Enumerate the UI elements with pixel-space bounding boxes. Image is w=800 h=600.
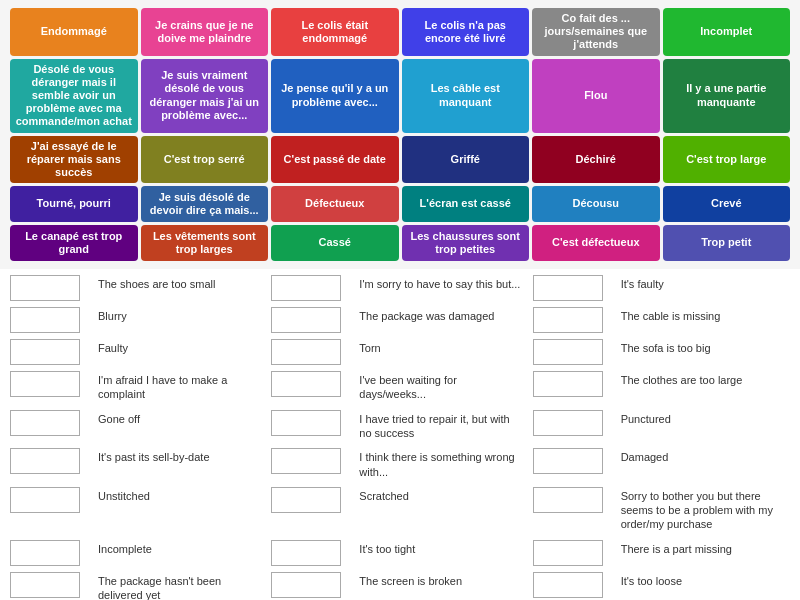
match-text-col2-5: I think there is something wrong with... [355, 448, 528, 481]
vocab-button-29[interactable]: Trop petit [663, 225, 791, 261]
match-input-col3-3[interactable] [533, 371, 603, 397]
match-text-col2-2: Torn [355, 339, 528, 357]
vocab-button-10[interactable]: Flou [532, 59, 660, 133]
match-area: The shoes are too smallI'm sorry to have… [0, 269, 800, 600]
match-input-col2-0[interactable] [271, 275, 341, 301]
vocab-button-27[interactable]: Les chaussures sont trop petites [402, 225, 530, 261]
match-text-col1-6: Unstitched [94, 487, 267, 505]
match-text-col1-7: Incomplete [94, 540, 267, 558]
vocab-button-15[interactable]: Griffé [402, 136, 530, 184]
match-input-col2-5[interactable] [271, 448, 341, 474]
match-input-col2-8[interactable] [271, 572, 341, 598]
vocab-button-24[interactable]: Le canapé est trop grand [10, 225, 138, 261]
match-text-col3-7: There is a part missing [617, 540, 790, 558]
match-text-col3-3: The clothes are too large [617, 371, 790, 389]
vocab-button-1[interactable]: Je crains que je ne doive me plaindre [141, 8, 269, 56]
match-input-col2-3[interactable] [271, 371, 341, 397]
match-input-col2-4[interactable] [271, 410, 341, 436]
vocab-button-2[interactable]: Le colis était endommagé [271, 8, 399, 56]
match-text-col1-0: The shoes are too small [94, 275, 267, 293]
vocab-button-7[interactable]: Je suis vraiment désolé de vous déranger… [141, 59, 269, 133]
match-input-col1-8[interactable] [10, 572, 80, 598]
match-text-col1-4: Gone off [94, 410, 267, 428]
vocab-button-16[interactable]: Déchiré [532, 136, 660, 184]
vocab-button-11[interactable]: Il y a une partie manquante [663, 59, 791, 133]
button-grid: EndommagéJe crains que je ne doive me pl… [0, 0, 800, 269]
match-input-col2-6[interactable] [271, 487, 341, 513]
match-row: BlurryThe package was damagedThe cable i… [10, 307, 790, 333]
match-input-col3-0[interactable] [533, 275, 603, 301]
match-row: IncompleteIt's too tightThere is a part … [10, 540, 790, 566]
match-input-col1-5[interactable] [10, 448, 80, 474]
vocab-button-26[interactable]: Cassé [271, 225, 399, 261]
match-text-col3-2: The sofa is too big [617, 339, 790, 357]
vocab-button-13[interactable]: C'est trop serré [141, 136, 269, 184]
match-text-col3-0: It's faulty [617, 275, 790, 293]
match-text-col1-3: I'm afraid I have to make a complaint [94, 371, 267, 404]
vocab-button-14[interactable]: C'est passé de date [271, 136, 399, 184]
vocab-button-6[interactable]: Désolé de vous déranger mais il semble a… [10, 59, 138, 133]
vocab-button-5[interactable]: Incomplet [663, 8, 791, 56]
match-text-col3-5: Damaged [617, 448, 790, 466]
vocab-button-19[interactable]: Je suis désolé de devoir dire ça mais... [141, 186, 269, 222]
vocab-button-21[interactable]: L'écran est cassé [402, 186, 530, 222]
match-text-col1-1: Blurry [94, 307, 267, 325]
vocab-button-20[interactable]: Défectueux [271, 186, 399, 222]
match-text-col1-5: It's past its sell-by-date [94, 448, 267, 466]
match-input-col1-4[interactable] [10, 410, 80, 436]
match-input-col1-2[interactable] [10, 339, 80, 365]
vocab-button-4[interactable]: Co fait des ... jours/semaines que j'att… [532, 8, 660, 56]
match-text-col2-3: I've been waiting for days/weeks... [355, 371, 528, 404]
vocab-button-25[interactable]: Les vêtements sont trop larges [141, 225, 269, 261]
match-input-col1-6[interactable] [10, 487, 80, 513]
match-text-col2-1: The package was damaged [355, 307, 528, 325]
match-input-col3-8[interactable] [533, 572, 603, 598]
match-text-col2-0: I'm sorry to have to say this but... [355, 275, 528, 293]
vocab-button-23[interactable]: Crevé [663, 186, 791, 222]
match-row: FaultyTornThe sofa is too big [10, 339, 790, 365]
match-row: The package hasn't been delivered yetThe… [10, 572, 790, 600]
vocab-button-8[interactable]: Je pense qu'il y a un problème avec... [271, 59, 399, 133]
match-input-col2-7[interactable] [271, 540, 341, 566]
match-input-col1-7[interactable] [10, 540, 80, 566]
match-row: It's past its sell-by-dateI think there … [10, 448, 790, 481]
match-row: Gone offI have tried to repair it, but w… [10, 410, 790, 443]
vocab-button-22[interactable]: Décousu [532, 186, 660, 222]
match-row: The shoes are too smallI'm sorry to have… [10, 275, 790, 301]
match-text-col2-7: It's too tight [355, 540, 528, 558]
match-text-col2-4: I have tried to repair it, but with no s… [355, 410, 528, 443]
match-text-col3-4: Punctured [617, 410, 790, 428]
match-text-col3-8: It's too loose [617, 572, 790, 590]
match-input-col2-2[interactable] [271, 339, 341, 365]
vocab-button-28[interactable]: C'est défectueux [532, 225, 660, 261]
match-text-col3-6: Sorry to bother you but there seems to b… [617, 487, 790, 534]
vocab-button-17[interactable]: C'est trop large [663, 136, 791, 184]
vocab-button-0[interactable]: Endommagé [10, 8, 138, 56]
vocab-button-18[interactable]: Tourné, pourri [10, 186, 138, 222]
match-input-col3-4[interactable] [533, 410, 603, 436]
match-input-col3-6[interactable] [533, 487, 603, 513]
vocab-button-3[interactable]: Le colis n'a pas encore été livré [402, 8, 530, 56]
match-input-col3-5[interactable] [533, 448, 603, 474]
vocab-button-9[interactable]: Les câble est manquant [402, 59, 530, 133]
match-input-col1-3[interactable] [10, 371, 80, 397]
match-input-col3-2[interactable] [533, 339, 603, 365]
match-row: UnstitchedScratchedSorry to bother you b… [10, 487, 790, 534]
match-input-col3-1[interactable] [533, 307, 603, 333]
match-text-col2-8: The screen is broken [355, 572, 528, 590]
vocab-button-12[interactable]: J'ai essayé de le réparer mais sans succ… [10, 136, 138, 184]
match-text-col3-1: The cable is missing [617, 307, 790, 325]
match-input-col1-0[interactable] [10, 275, 80, 301]
match-text-col2-6: Scratched [355, 487, 528, 505]
match-input-col1-1[interactable] [10, 307, 80, 333]
match-text-col1-8: The package hasn't been delivered yet [94, 572, 267, 600]
match-text-col1-2: Faulty [94, 339, 267, 357]
match-input-col2-1[interactable] [271, 307, 341, 333]
match-row: I'm afraid I have to make a complaintI'v… [10, 371, 790, 404]
match-input-col3-7[interactable] [533, 540, 603, 566]
